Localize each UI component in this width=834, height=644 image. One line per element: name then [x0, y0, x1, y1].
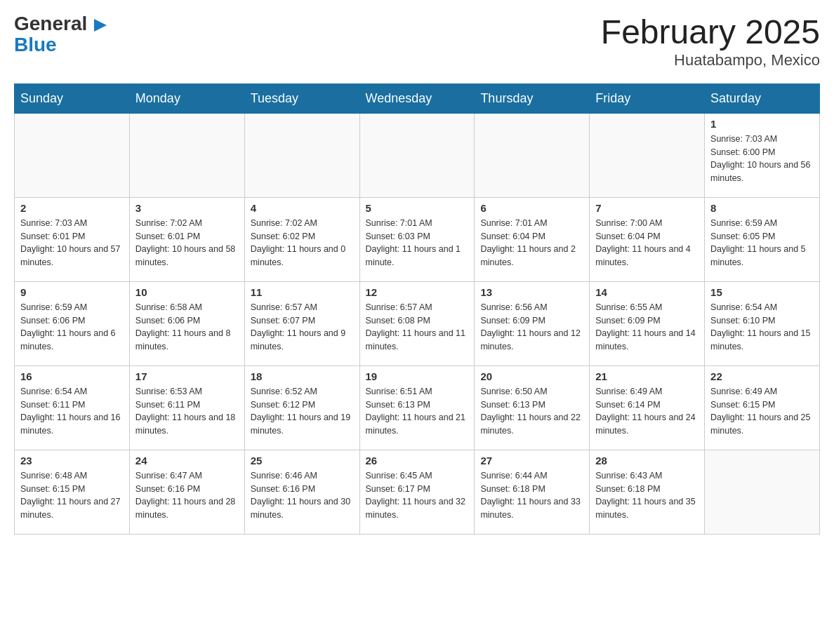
logo-blue-text: Blue	[14, 34, 57, 56]
day-info: Sunrise: 6:44 AM Sunset: 6:18 PM Dayligh…	[480, 469, 583, 522]
day-info: Sunrise: 6:57 AM Sunset: 6:07 PM Dayligh…	[251, 301, 354, 354]
calendar-cell	[475, 113, 590, 197]
day-info: Sunrise: 6:52 AM Sunset: 6:12 PM Dayligh…	[251, 385, 354, 438]
calendar-cell: 8Sunrise: 6:59 AM Sunset: 6:05 PM Daylig…	[705, 197, 820, 281]
day-info: Sunrise: 7:01 AM Sunset: 6:04 PM Dayligh…	[480, 217, 583, 269]
calendar-cell: 24Sunrise: 6:47 AM Sunset: 6:16 PM Dayli…	[129, 450, 244, 534]
col-friday: Friday	[590, 83, 705, 113]
location: Huatabampo, Mexico	[601, 51, 820, 69]
svg-marker-0	[94, 19, 107, 32]
day-number: 1	[710, 118, 814, 130]
day-info: Sunrise: 6:54 AM Sunset: 6:10 PM Dayligh…	[710, 301, 814, 354]
calendar-cell: 12Sunrise: 6:57 AM Sunset: 6:08 PM Dayli…	[359, 281, 475, 365]
calendar-cell: 27Sunrise: 6:44 AM Sunset: 6:18 PM Dayli…	[475, 450, 590, 534]
day-info: Sunrise: 6:47 AM Sunset: 6:16 PM Dayligh…	[135, 469, 239, 522]
day-info: Sunrise: 7:01 AM Sunset: 6:03 PM Dayligh…	[366, 217, 469, 269]
day-info: Sunrise: 7:02 AM Sunset: 6:02 PM Dayligh…	[251, 217, 354, 269]
day-info: Sunrise: 6:49 AM Sunset: 6:14 PM Dayligh…	[595, 385, 699, 438]
calendar-cell	[129, 113, 244, 197]
day-number: 9	[20, 286, 124, 298]
title-area: February 2025 Huatabampo, Mexico	[601, 14, 820, 69]
day-info: Sunrise: 7:02 AM Sunset: 6:01 PM Dayligh…	[135, 217, 239, 269]
col-wednesday: Wednesday	[359, 83, 475, 113]
col-saturday: Saturday	[705, 83, 820, 113]
calendar-header: Sunday Monday Tuesday Wednesday Thursday…	[15, 83, 820, 113]
day-info: Sunrise: 6:48 AM Sunset: 6:15 PM Dayligh…	[20, 469, 124, 522]
calendar-cell: 14Sunrise: 6:55 AM Sunset: 6:09 PM Dayli…	[590, 281, 705, 365]
calendar-cell: 15Sunrise: 6:54 AM Sunset: 6:10 PM Dayli…	[705, 281, 820, 365]
calendar-cell: 6Sunrise: 7:01 AM Sunset: 6:04 PM Daylig…	[475, 197, 590, 281]
day-info: Sunrise: 7:03 AM Sunset: 6:00 PM Dayligh…	[710, 133, 814, 185]
logo: General Blue	[14, 14, 107, 56]
day-info: Sunrise: 7:00 AM Sunset: 6:04 PM Dayligh…	[595, 217, 699, 269]
day-info: Sunrise: 6:43 AM Sunset: 6:18 PM Dayligh…	[595, 469, 699, 522]
day-number: 15	[710, 286, 814, 298]
day-number: 14	[595, 286, 699, 298]
day-number: 27	[480, 455, 583, 467]
header-row: Sunday Monday Tuesday Wednesday Thursday…	[15, 83, 820, 113]
day-number: 20	[480, 370, 583, 382]
day-info: Sunrise: 6:49 AM Sunset: 6:15 PM Dayligh…	[710, 385, 814, 438]
calendar-cell: 26Sunrise: 6:45 AM Sunset: 6:17 PM Dayli…	[359, 450, 475, 534]
calendar-cell: 5Sunrise: 7:01 AM Sunset: 6:03 PM Daylig…	[359, 197, 475, 281]
day-number: 2	[20, 202, 124, 214]
calendar-cell: 21Sunrise: 6:49 AM Sunset: 6:14 PM Dayli…	[590, 365, 705, 450]
day-number: 11	[251, 286, 354, 298]
day-number: 22	[710, 370, 814, 382]
day-info: Sunrise: 6:57 AM Sunset: 6:08 PM Dayligh…	[366, 301, 469, 354]
day-number: 13	[480, 286, 583, 298]
calendar-cell: 22Sunrise: 6:49 AM Sunset: 6:15 PM Dayli…	[705, 365, 820, 450]
day-info: Sunrise: 6:51 AM Sunset: 6:13 PM Dayligh…	[366, 385, 469, 438]
page-header: General Blue February 2025 Huatabampo, M…	[14, 14, 820, 69]
day-number: 19	[366, 370, 469, 382]
calendar-cell: 2Sunrise: 7:03 AM Sunset: 6:01 PM Daylig…	[15, 197, 130, 281]
day-info: Sunrise: 6:59 AM Sunset: 6:05 PM Dayligh…	[710, 217, 814, 269]
calendar-week-4: 16Sunrise: 6:54 AM Sunset: 6:11 PM Dayli…	[15, 365, 820, 450]
day-info: Sunrise: 6:56 AM Sunset: 6:09 PM Dayligh…	[480, 301, 583, 354]
calendar-cell	[15, 113, 130, 197]
calendar-cell: 18Sunrise: 6:52 AM Sunset: 6:12 PM Dayli…	[244, 365, 359, 450]
day-number: 3	[135, 202, 239, 214]
calendar-cell: 4Sunrise: 7:02 AM Sunset: 6:02 PM Daylig…	[244, 197, 359, 281]
calendar-week-2: 2Sunrise: 7:03 AM Sunset: 6:01 PM Daylig…	[15, 197, 820, 281]
day-number: 8	[710, 202, 814, 214]
logo-general-text: General	[14, 14, 107, 34]
calendar-cell: 19Sunrise: 6:51 AM Sunset: 6:13 PM Dayli…	[359, 365, 475, 450]
calendar-cell	[705, 450, 820, 534]
calendar-cell: 25Sunrise: 6:46 AM Sunset: 6:16 PM Dayli…	[244, 450, 359, 534]
day-number: 12	[366, 286, 469, 298]
calendar-cell: 11Sunrise: 6:57 AM Sunset: 6:07 PM Dayli…	[244, 281, 359, 365]
calendar-cell: 10Sunrise: 6:58 AM Sunset: 6:06 PM Dayli…	[129, 281, 244, 365]
calendar-week-5: 23Sunrise: 6:48 AM Sunset: 6:15 PM Dayli…	[15, 450, 820, 534]
day-number: 18	[251, 370, 354, 382]
calendar-cell: 1Sunrise: 7:03 AM Sunset: 6:00 PM Daylig…	[705, 113, 820, 197]
calendar-body: 1Sunrise: 7:03 AM Sunset: 6:00 PM Daylig…	[15, 113, 820, 534]
day-number: 6	[480, 202, 583, 214]
calendar-cell: 20Sunrise: 6:50 AM Sunset: 6:13 PM Dayli…	[475, 365, 590, 450]
month-title: February 2025	[601, 14, 820, 51]
day-number: 28	[595, 455, 699, 467]
day-info: Sunrise: 7:03 AM Sunset: 6:01 PM Dayligh…	[20, 217, 124, 269]
day-number: 16	[20, 370, 124, 382]
col-thursday: Thursday	[475, 83, 590, 113]
day-number: 25	[251, 455, 354, 467]
col-sunday: Sunday	[15, 83, 130, 113]
calendar-cell: 3Sunrise: 7:02 AM Sunset: 6:01 PM Daylig…	[129, 197, 244, 281]
col-tuesday: Tuesday	[244, 83, 359, 113]
calendar-table: Sunday Monday Tuesday Wednesday Thursday…	[14, 83, 820, 535]
day-number: 7	[595, 202, 699, 214]
calendar-cell: 7Sunrise: 7:00 AM Sunset: 6:04 PM Daylig…	[590, 197, 705, 281]
calendar-cell: 17Sunrise: 6:53 AM Sunset: 6:11 PM Dayli…	[129, 365, 244, 450]
day-number: 24	[135, 455, 239, 467]
day-info: Sunrise: 6:53 AM Sunset: 6:11 PM Dayligh…	[135, 385, 239, 438]
day-number: 21	[595, 370, 699, 382]
day-info: Sunrise: 6:54 AM Sunset: 6:11 PM Dayligh…	[20, 385, 124, 438]
day-number: 10	[135, 286, 239, 298]
day-info: Sunrise: 6:45 AM Sunset: 6:17 PM Dayligh…	[366, 469, 469, 522]
day-number: 4	[251, 202, 354, 214]
calendar-cell	[590, 113, 705, 197]
calendar-cell: 23Sunrise: 6:48 AM Sunset: 6:15 PM Dayli…	[15, 450, 130, 534]
day-info: Sunrise: 6:58 AM Sunset: 6:06 PM Dayligh…	[135, 301, 239, 354]
day-info: Sunrise: 6:59 AM Sunset: 6:06 PM Dayligh…	[20, 301, 124, 354]
calendar-cell: 13Sunrise: 6:56 AM Sunset: 6:09 PM Dayli…	[475, 281, 590, 365]
